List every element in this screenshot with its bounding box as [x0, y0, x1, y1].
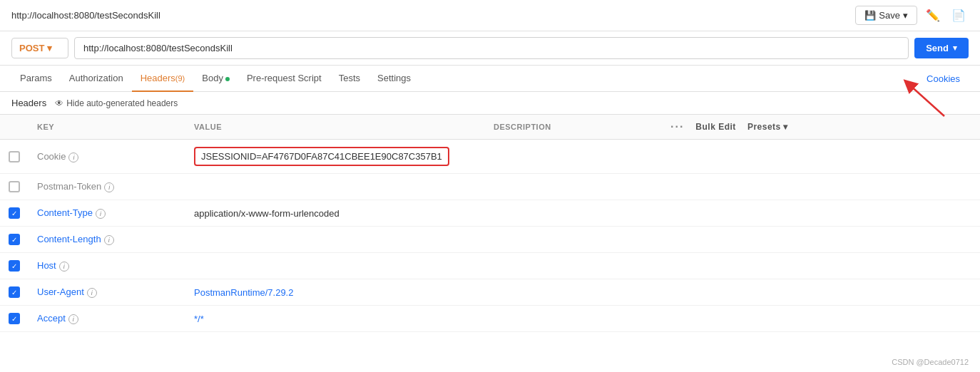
tab-params[interactable]: Params — [11, 66, 61, 92]
doc-icon-button[interactable]: 📄 — [949, 6, 969, 25]
eye-icon: 👁 — [55, 98, 63, 108]
value-blue: */* — [194, 314, 204, 324]
method-chevron-icon: ▾ — [47, 43, 52, 53]
checkbox-unchecked-icon — [9, 151, 20, 162]
row-actions — [662, 200, 980, 227]
table-row: Postman-Tokeni — [0, 174, 980, 200]
info-icon[interactable]: i — [104, 182, 114, 192]
row-value: PostmanRuntime/7.29.2 — [185, 279, 485, 306]
table-row: ✓User-AgentiPostmanRuntime/7.29.2 — [0, 279, 980, 306]
row-value — [185, 174, 485, 200]
presets-button[interactable]: Presets ▾ — [747, 122, 787, 132]
row-key: User-Agenti — [29, 279, 185, 306]
key-link[interactable]: Accept — [37, 313, 66, 324]
row-checkbox[interactable] — [0, 174, 29, 200]
table-row: ✓Content-Lengthi — [0, 227, 980, 253]
bulk-edit-button[interactable]: Bulk Edit — [695, 122, 736, 132]
value-highlight: JSESSIONID=AF4767D0FA87C41CBEE1E90C87C35… — [194, 147, 449, 166]
key-text: Cookie — [37, 151, 66, 162]
value-normal: application/x-www-form-urlencoded — [194, 208, 340, 219]
table-row: ✓Hosti — [0, 253, 980, 279]
key-link[interactable]: Host — [37, 260, 56, 271]
info-icon[interactable]: i — [96, 209, 106, 219]
tab-authorization[interactable]: Authorization — [61, 66, 132, 92]
sub-header: Headers 👁 Hide auto-generated headers — [0, 92, 980, 115]
row-checkbox[interactable]: ✓ — [0, 279, 29, 306]
row-checkbox[interactable] — [0, 140, 29, 174]
top-bar: http://localhost:8080/testSecondsKill 💾 … — [0, 0, 980, 31]
row-checkbox[interactable]: ✓ — [0, 253, 29, 279]
edit-icon-button[interactable]: ✏️ — [923, 6, 943, 25]
row-value: */* — [185, 306, 485, 332]
table-row: ✓Accepti*/* — [0, 306, 980, 332]
checkbox-checked-icon: ✓ — [9, 234, 20, 245]
key-link[interactable]: User-Agent — [37, 286, 84, 297]
checkbox-checked-icon: ✓ — [9, 260, 20, 272]
row-description — [485, 200, 662, 227]
key-link[interactable]: Content-Type — [37, 207, 93, 218]
more-icon[interactable]: ··· — [670, 120, 684, 133]
col-checkbox — [0, 115, 29, 140]
table-row: ✓Content-Typeiapplication/x-www-form-url… — [0, 200, 980, 227]
send-label: Send — [926, 43, 949, 53]
send-button[interactable]: Send ▾ — [914, 38, 969, 58]
row-description — [485, 279, 662, 306]
hide-auto-headers-button[interactable]: 👁 Hide auto-generated headers — [55, 98, 178, 108]
row-value — [185, 227, 485, 253]
key-text: Postman-Token — [37, 181, 101, 192]
row-description — [485, 227, 662, 253]
table-row: CookieiJSESSIONID=AF4767D0FA87C41CBEE1E9… — [0, 140, 980, 174]
top-bar-url: http://localhost:8080/testSecondsKill — [11, 10, 160, 21]
info-icon[interactable]: i — [104, 235, 114, 245]
info-icon[interactable]: i — [68, 314, 78, 324]
save-icon: 💾 — [864, 10, 876, 21]
headers-table: KEY VALUE DESCRIPTION ··· Bulk Edit Pr — [0, 115, 980, 332]
send-chevron-icon: ▾ — [953, 43, 957, 53]
row-actions — [662, 227, 980, 253]
tab-headers[interactable]: Headers(9) — [132, 66, 194, 92]
top-bar-actions: 💾 Save ▾ ✏️ 📄 — [855, 6, 969, 25]
col-value: VALUE — [185, 115, 485, 140]
checkbox-checked-icon: ✓ — [9, 286, 20, 298]
row-checkbox[interactable]: ✓ — [0, 200, 29, 227]
row-actions — [662, 174, 980, 200]
key-link[interactable]: Content-Length — [37, 234, 101, 244]
url-input[interactable] — [74, 37, 909, 59]
row-description — [485, 140, 662, 174]
row-key: Cookiei — [29, 140, 185, 174]
checkbox-unchecked-icon — [9, 181, 20, 192]
tab-settings[interactable]: Settings — [369, 66, 419, 92]
save-button[interactable]: 💾 Save ▾ — [855, 6, 917, 25]
checkbox-checked-icon: ✓ — [9, 313, 20, 324]
row-checkbox[interactable]: ✓ — [0, 306, 29, 332]
headers-badge: (9) — [175, 74, 185, 83]
row-actions — [662, 306, 980, 332]
url-bar: POST ▾ Send ▾ — [0, 31, 980, 66]
row-key: Hosti — [29, 253, 185, 279]
checkbox-checked-icon: ✓ — [9, 207, 20, 219]
col-actions: ··· Bulk Edit Presets ▾ — [662, 115, 980, 140]
row-actions — [662, 279, 980, 306]
tab-cookies[interactable]: Cookies — [918, 66, 969, 91]
col-key: KEY — [29, 115, 185, 140]
row-key: Content-Typei — [29, 200, 185, 227]
row-key: Content-Lengthi — [29, 227, 185, 253]
row-description — [485, 174, 662, 200]
info-icon[interactable]: i — [59, 262, 69, 272]
tab-body[interactable]: Body — [193, 66, 238, 92]
row-key: Postman-Tokeni — [29, 174, 185, 200]
row-value: JSESSIONID=AF4767D0FA87C41CBEE1E90C87C35… — [185, 140, 485, 174]
info-icon[interactable]: i — [87, 288, 97, 298]
info-icon[interactable]: i — [68, 153, 78, 162]
row-value — [185, 253, 485, 279]
row-actions — [662, 253, 980, 279]
tabs: Params Authorization Headers(9) Body Pre… — [0, 66, 980, 92]
row-description — [485, 253, 662, 279]
row-checkbox[interactable]: ✓ — [0, 227, 29, 253]
row-description — [485, 306, 662, 332]
body-dot — [225, 77, 230, 81]
col-description: DESCRIPTION — [485, 115, 662, 140]
tab-tests[interactable]: Tests — [330, 66, 369, 92]
tab-pre-request[interactable]: Pre-request Script — [238, 66, 330, 92]
method-select[interactable]: POST ▾ — [11, 38, 68, 58]
